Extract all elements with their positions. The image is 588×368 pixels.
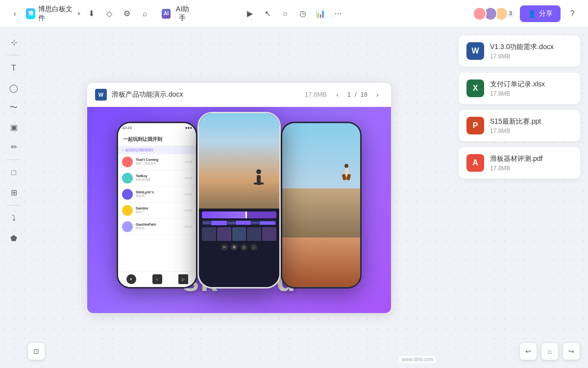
brush-icon: ✏ bbox=[11, 142, 17, 152]
chat-msg-5: 明天见 bbox=[136, 226, 182, 231]
chat-item-1: That'l Coming 你好，我在等你 13:28 bbox=[118, 154, 196, 170]
chat-name-5: GauthiePatri bbox=[136, 223, 182, 226]
phone-right-screen bbox=[282, 123, 360, 287]
chat-avatar-3 bbox=[122, 189, 133, 200]
play-icon: ▶ bbox=[247, 9, 253, 18]
back-button[interactable]: ‹ bbox=[8, 6, 22, 22]
chart-button[interactable]: 📊 bbox=[313, 6, 328, 22]
chat-time-1: 13:28 bbox=[185, 160, 192, 163]
tool-frame[interactable]: □ bbox=[5, 164, 23, 182]
word-icon: W bbox=[95, 89, 107, 101]
text-icon: T bbox=[11, 64, 16, 73]
file-info-3: S15最新比赛.ppt 17.8MB bbox=[490, 117, 572, 134]
tool-connector[interactable]: ⤵ bbox=[5, 210, 23, 227]
doc-preview: sk d 10:24●●● 一起玩到让我开到 一起玩到让我到到到 bbox=[87, 107, 391, 313]
breadcrumb-arrow[interactable]: ▾ bbox=[77, 10, 80, 17]
share-button[interactable]: 👤 分享 bbox=[520, 5, 561, 22]
doc-pagination: ‹ 1 / 18 › bbox=[332, 89, 383, 101]
chat-info-5: GauthiePatri 明天见 bbox=[136, 223, 182, 231]
chat-name-3: SlimLyric's bbox=[136, 190, 182, 194]
chat-time-3: 02:45 bbox=[185, 193, 192, 196]
skater-silhouette bbox=[250, 169, 267, 199]
tool-separator-2 bbox=[7, 159, 21, 160]
tool-table[interactable]: ⊞ bbox=[5, 184, 23, 201]
share-label: 分享 bbox=[539, 9, 553, 18]
file-info-1: V1.3.0功能需求.docx 17.8MB bbox=[490, 43, 572, 60]
file-card-3[interactable]: P S15最新比赛.ppt 17.8MB bbox=[459, 110, 580, 141]
control-btn-2: ⊞ bbox=[231, 244, 238, 251]
phone-section-header: 一起玩到让我到到到 bbox=[118, 146, 196, 154]
tool-color[interactable]: ⬟ bbox=[5, 229, 23, 247]
help-icon: ? bbox=[570, 9, 575, 18]
chat-info-4: Samtire 收到了 bbox=[136, 207, 182, 214]
tool-pen[interactable]: 〜 bbox=[5, 99, 23, 116]
watermark: www.dirtv.com bbox=[399, 356, 436, 363]
file-size-4: 17.8MB bbox=[490, 165, 572, 172]
tool-shape[interactable]: ◯ bbox=[5, 79, 23, 97]
file-icon-pdf-1: A bbox=[466, 154, 484, 172]
toolbar-left: ‹ 博 博思白板文件 ▾ ⬇ ◇ ⚙ ⌕ AI AI助手 bbox=[8, 2, 197, 26]
home-button[interactable]: ⌂ bbox=[541, 342, 559, 360]
file-card-1[interactable]: W V1.3.0功能需求.docx 17.8MB bbox=[459, 35, 580, 67]
nav-btn-1: ✕ bbox=[126, 274, 136, 284]
breadcrumb: 博 博思白板文件 ▾ bbox=[26, 5, 80, 23]
bottom-bar: ↩ ⌂ ↪ bbox=[519, 342, 580, 360]
more-icon: ⋯ bbox=[334, 9, 342, 18]
download-icon: ⬇ bbox=[88, 9, 95, 18]
next-page-button[interactable]: › bbox=[371, 89, 383, 101]
chart-icon: 📊 bbox=[316, 9, 325, 18]
cursor-button[interactable]: ↖ bbox=[260, 6, 275, 22]
phone-status-bar-left: 10:24●●● bbox=[118, 123, 196, 133]
play-button[interactable]: ▶ bbox=[242, 6, 258, 22]
search-button[interactable]: ⌕ bbox=[138, 6, 152, 22]
canvas-area[interactable]: W 滑板产品功能演示.docx 17.8MB ‹ 1 / 18 › sk d bbox=[27, 27, 451, 368]
tool-separator-3 bbox=[7, 205, 21, 206]
home-icon: ⌂ bbox=[548, 347, 552, 355]
tag-button[interactable]: ◇ bbox=[102, 6, 116, 22]
breadcrumb-text[interactable]: 博思白板文件 bbox=[38, 5, 74, 23]
sticky-icon: ▣ bbox=[10, 123, 18, 132]
help-button[interactable]: ? bbox=[564, 6, 580, 22]
bottom-tool-button[interactable]: ⊡ bbox=[27, 342, 45, 360]
control-btn-4: ♪ bbox=[250, 244, 257, 251]
chat-avatar-2 bbox=[122, 173, 133, 184]
more-button[interactable]: ⋯ bbox=[330, 6, 346, 22]
color-icon: ⬟ bbox=[10, 234, 17, 243]
tool-brush[interactable]: ✏ bbox=[5, 138, 23, 156]
chat-list: That'l Coming 你好，我在等你 13:28 TarBoy 好的没问题 bbox=[118, 154, 196, 271]
select-icon: ⊹ bbox=[11, 38, 17, 47]
prev-page-button[interactable]: ‹ bbox=[332, 89, 343, 101]
waveform-bar bbox=[202, 220, 276, 225]
chat-name-1: That'l Coming bbox=[136, 158, 182, 161]
main-toolbar: ‹ 博 博思白板文件 ▾ ⬇ ◇ ⚙ ⌕ AI AI助手 ▶ bbox=[0, 0, 588, 27]
redo-button[interactable]: ↪ bbox=[563, 342, 580, 360]
tool-select[interactable]: ⊹ bbox=[5, 33, 23, 51]
ai-label: AI助手 bbox=[173, 5, 192, 23]
timeline-fill bbox=[202, 211, 246, 218]
file-name-3: S15最新比赛.ppt bbox=[490, 117, 572, 126]
pen-icon: 〜 bbox=[10, 103, 18, 113]
file-card-4[interactable]: A 滑板器材评测.pdf 17.8MB bbox=[459, 147, 580, 179]
file-icon-ppt-1: P bbox=[466, 117, 484, 134]
logo-icon: 博 bbox=[26, 8, 35, 19]
undo-button[interactable]: ↩ bbox=[519, 342, 537, 360]
ai-assistant-button[interactable]: AI AI助手 bbox=[156, 2, 197, 26]
tool-sticky[interactable]: ▣ bbox=[5, 118, 23, 136]
chat-info-3: SlimLyric's 发给我 bbox=[136, 190, 182, 198]
doc-size: 17.8MB bbox=[305, 91, 327, 98]
phone-left-screen: 10:24●●● 一起玩到让我开到 一起玩到让我到到到 That'l Comin… bbox=[118, 123, 196, 287]
file-card-2[interactable]: X 支付订单记录.xlsx 17.8MB bbox=[459, 73, 580, 104]
chat-info-2: TarBoy 好的没问题 bbox=[136, 174, 182, 182]
share-icon: 👤 bbox=[528, 10, 536, 18]
history-button[interactable]: ◷ bbox=[295, 6, 311, 22]
comment-button[interactable]: ○ bbox=[277, 6, 293, 22]
settings-button[interactable]: ⚙ bbox=[120, 6, 134, 22]
ai-icon: AI bbox=[162, 9, 171, 19]
tool-text[interactable]: T bbox=[5, 59, 23, 77]
download-button[interactable]: ⬇ bbox=[84, 6, 98, 22]
nav-btn-2: ○ bbox=[152, 274, 162, 284]
back-icon: ‹ bbox=[14, 9, 16, 18]
frame-icon: □ bbox=[11, 168, 16, 177]
redo-icon: ↪ bbox=[568, 347, 574, 355]
doc-title: 滑板产品功能演示.docx bbox=[112, 90, 300, 99]
